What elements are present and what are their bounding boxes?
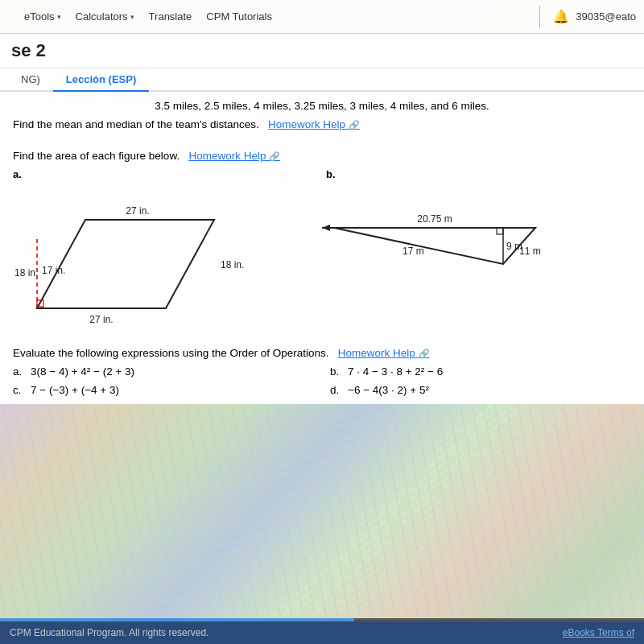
fig-a-bottom-label: 27 in. <box>89 314 113 325</box>
math-label-a: a. <box>13 365 26 378</box>
figure-a: a. 27 in. 18 in. <box>13 168 318 329</box>
figure-a-svg: 27 in. 18 in. 27 in. 18 in. 17 in. <box>13 184 254 332</box>
tabs-bar: NG) Lección (ESP) <box>0 68 644 92</box>
math-item-d: d. −6 − 4(3 · 2) + 5² <box>330 384 631 396</box>
find-area-text: Find the area of each figure below. Home… <box>13 150 631 162</box>
svg-marker-5 <box>322 225 330 231</box>
nav-links: eTools ▾ Calculators ▾ Translate CPM Tut… <box>24 10 272 23</box>
figure-b-label: b. <box>326 168 631 180</box>
math-expr-d: −6 − 4(3 · 2) + 5² <box>348 384 429 396</box>
find-mean-median: Find the mean and median of the team's d… <box>13 118 631 130</box>
translate-link[interactable]: Translate <box>149 10 192 23</box>
math-item-c: c. 7 − (−3) + (−4 + 3) <box>13 384 314 396</box>
math-grid: a. 3(8 − 4) + 4² − (2 + 3) b. 7 · 4 − 3 … <box>13 365 631 396</box>
figure-b-svg: 20.75 m 17 m 9 m 11 m <box>326 184 568 332</box>
homework-help-link-3[interactable]: Homework Help 🔗 <box>338 347 430 359</box>
bell-icon[interactable]: 🔔 <box>553 9 569 24</box>
content-area: se 2 NG) Lección (ESP) 3.5 miles, 2.5 mi… <box>0 34 644 404</box>
math-expr-a: 3(8 − 4) + 4² − (2 + 3) <box>31 365 134 378</box>
math-label-d: d. <box>330 384 343 396</box>
math-expr-b: 7 · 4 − 3 · 8 + 2² − 6 <box>348 365 443 378</box>
math-expr-c: 7 − (−3) + (−4 + 3) <box>31 384 119 396</box>
figure-a-label: a. <box>13 168 318 180</box>
calculators-menu[interactable]: Calculators ▾ <box>76 10 134 23</box>
evaluate-text: Evaluate the following expressions using… <box>13 347 631 359</box>
tab-leccion[interactable]: Lección (ESP) <box>53 68 149 92</box>
fig-b-top-label: 20.75 m <box>417 213 452 225</box>
translate-label: Translate <box>149 10 192 23</box>
homework-icon-3: 🔗 <box>419 349 430 358</box>
cpm-tutorials-label: CPM Tutorials <box>206 10 272 23</box>
svg-marker-3 <box>334 228 535 264</box>
homework-help-link-2[interactable]: Homework Help 🔗 <box>188 150 280 162</box>
homework-icon-2: 🔗 <box>269 151 280 161</box>
copyright-text: CPM Educational Program. All rights rese… <box>10 627 208 638</box>
fig-a-top-label: 27 in. <box>126 205 149 217</box>
math-label-b: b. <box>330 365 343 378</box>
etools-arrow-icon: ▾ <box>57 13 61 21</box>
homework-icon-1: 🔗 <box>349 120 360 130</box>
ebooks-link[interactable]: eBooks Terms of <box>563 627 634 638</box>
cpm-tutorials-link[interactable]: CPM Tutorials <box>206 10 272 23</box>
svg-marker-0 <box>37 220 214 308</box>
course-header: se 2 <box>0 34 644 68</box>
math-item-b: b. 7 · 4 − 3 · 8 + 2² − 6 <box>330 365 631 378</box>
tab-ng[interactable]: NG) <box>8 68 53 92</box>
etools-menu[interactable]: eTools ▾ <box>24 10 61 23</box>
homework-help-link-1[interactable]: Homework Help 🔗 <box>268 118 360 130</box>
fig-b-left-label: 17 m <box>402 246 424 257</box>
math-item-a: a. 3(8 − 4) + 4² − (2 + 3) <box>13 365 314 378</box>
svg-rect-7 <box>497 228 503 234</box>
figure-b: b. <box>326 168 631 329</box>
calculators-label: Calculators <box>76 10 128 23</box>
fig-b-right-label: 11 m <box>519 246 541 257</box>
etools-label: eTools <box>24 10 55 23</box>
fig-a-left-label: 18 in. <box>14 267 38 279</box>
fig-a-dashed-label: 17 in. <box>42 265 65 276</box>
calculators-arrow-icon: ▾ <box>130 13 134 21</box>
math-label-c: c. <box>13 384 26 396</box>
bottom-bar: CPM Educational Program. All rights rese… <box>0 621 644 644</box>
figures-container: a. 27 in. 18 in. <box>13 168 631 329</box>
content-body: 3.5 miles, 2.5 miles, 4 miles, 3.25 mile… <box>0 92 644 404</box>
nav-right: 🔔 39035@eato <box>533 6 636 28</box>
navbar: eTools ▾ Calculators ▾ Translate CPM Tut… <box>0 0 644 34</box>
course-title: se 2 <box>11 40 46 60</box>
fig-a-right-label: 18 in. <box>221 259 244 270</box>
distances-text: 3.5 miles, 2.5 miles, 4 miles, 3.25 mile… <box>13 100 631 112</box>
user-email: 39035@eato <box>576 10 636 23</box>
